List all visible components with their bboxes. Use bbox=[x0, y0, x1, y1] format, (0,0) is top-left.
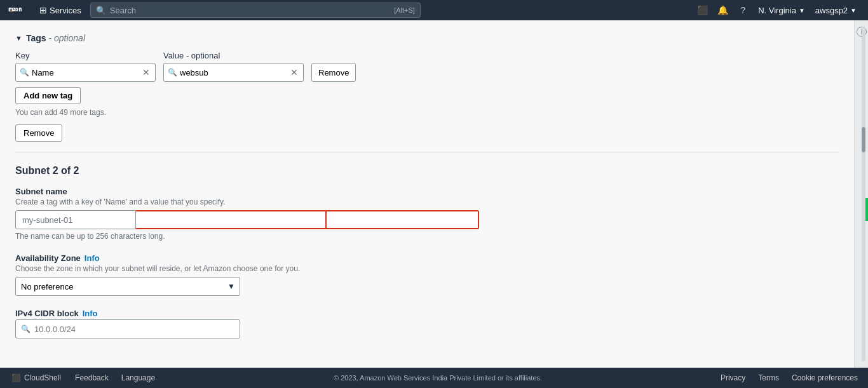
copyright-text: © 2023, Amazon Web Services India Privat… bbox=[334, 374, 542, 382]
az-info-link[interactable]: Info bbox=[85, 253, 100, 263]
subnet-name-input-1[interactable] bbox=[15, 210, 136, 229]
tags-hint: You can add 49 more tags. bbox=[15, 108, 839, 117]
terminal-icon: ⬛ bbox=[697, 5, 708, 15]
value-input[interactable] bbox=[180, 68, 287, 77]
value-column: Value - optional 🔍 ✕ bbox=[163, 51, 304, 82]
services-button[interactable]: ⊞ Services bbox=[36, 0, 85, 20]
az-desc: Choose the zone in which your subnet wil… bbox=[15, 264, 839, 273]
aws-logo[interactable] bbox=[8, 4, 28, 17]
subnet-title: Subnet 2 of 2 bbox=[15, 165, 839, 177]
bottom-bar-right: Privacy Terms Cookie preferences bbox=[718, 372, 860, 384]
cookie-preferences-link[interactable]: Cookie preferences bbox=[789, 372, 860, 384]
key-input[interactable] bbox=[32, 68, 139, 77]
cloudshell-icon-btn[interactable]: ⬛ bbox=[693, 1, 711, 19]
green-scroll-indicator bbox=[865, 198, 868, 221]
tags-title: Tags - optional bbox=[26, 33, 85, 43]
tags-header: ▼ Tags - optional bbox=[15, 33, 839, 43]
key-column-label: Key bbox=[15, 51, 156, 60]
subnet-name-label: Subnet name bbox=[15, 187, 839, 196]
az-label: Availability Zone bbox=[15, 253, 81, 263]
value-clear-button[interactable]: ✕ bbox=[289, 67, 299, 77]
subnet-name-input-2[interactable] bbox=[136, 210, 327, 229]
cloudshell-label: CloudShell bbox=[24, 373, 61, 382]
notifications-btn[interactable]: 🔔 bbox=[714, 1, 731, 19]
tags-optional-label: - optional bbox=[46, 33, 85, 43]
ipv4-input[interactable] bbox=[34, 324, 234, 334]
subnet-name-input-3[interactable] bbox=[327, 210, 479, 229]
scroll-track bbox=[862, 27, 865, 361]
subnet-name-field-group: Subnet name Create a tag with a key of '… bbox=[15, 187, 839, 241]
bell-icon: 🔔 bbox=[717, 5, 728, 15]
terms-link[interactable]: Terms bbox=[756, 372, 782, 384]
search-shortcut: [Alt+S] bbox=[394, 6, 415, 14]
tags-section: ▼ Tags - optional Key 🔍 ✕ Value - option… bbox=[15, 33, 839, 142]
subnet-section: Subnet 2 of 2 Subnet name Create a tag w… bbox=[15, 165, 839, 338]
search-bar: 🔍 [Alt+S] bbox=[90, 3, 421, 18]
az-select[interactable]: No preference us-east-1a us-east-1b us-e… bbox=[15, 277, 240, 296]
ipv4-field-group: IPv4 CIDR block Info 🔍 bbox=[15, 309, 839, 338]
account-button[interactable]: awsgsp2 ▼ bbox=[811, 1, 860, 19]
tags-columns: Key 🔍 ✕ Value - optional 🔍 ✕ bbox=[15, 51, 839, 82]
az-field-group: Availability Zone Info Choose the zone i… bbox=[15, 253, 839, 296]
scroll-thumb[interactable] bbox=[862, 127, 865, 152]
region-label: N. Virginia bbox=[758, 6, 796, 15]
content-area: ▼ Tags - optional Key 🔍 ✕ Value - option… bbox=[0, 20, 854, 368]
key-clear-button[interactable]: ✕ bbox=[141, 67, 151, 77]
grid-icon: ⊞ bbox=[39, 5, 47, 15]
language-link[interactable]: Language bbox=[119, 372, 158, 384]
cloudshell-button[interactable]: ⬛ CloudShell bbox=[8, 369, 65, 387]
search-icon: 🔍 bbox=[96, 6, 106, 15]
ipv4-info-link[interactable]: Info bbox=[83, 309, 98, 318]
subnet-name-hint: The name can be up to 256 characters lon… bbox=[15, 232, 839, 241]
search-icon-key: 🔍 bbox=[20, 68, 29, 77]
remove-tag-col: Remove bbox=[311, 63, 356, 82]
search-icon-value: 🔍 bbox=[168, 68, 177, 77]
az-select-wrapper: No preference us-east-1a us-east-1b us-e… bbox=[15, 277, 240, 296]
bottom-bar-left: ⬛ CloudShell Feedback Language bbox=[8, 369, 158, 387]
chevron-down-icon-account: ▼ bbox=[850, 7, 857, 14]
value-column-label: Value - optional bbox=[163, 51, 304, 60]
chevron-down-icon: ▼ bbox=[799, 7, 805, 14]
feedback-link[interactable]: Feedback bbox=[72, 372, 111, 384]
right-sidebar: i bbox=[854, 20, 868, 368]
add-tag-button[interactable]: Add new tag bbox=[15, 87, 81, 104]
top-navigation: ⊞ Services 🔍 [Alt+S] ⬛ 🔔 ? N. Virginia ▼… bbox=[0, 0, 868, 20]
account-label: awsgsp2 bbox=[815, 6, 848, 15]
remove-section-button[interactable]: Remove bbox=[15, 124, 62, 142]
ipv4-label-row: IPv4 CIDR block Info bbox=[15, 309, 839, 318]
key-column: Key 🔍 ✕ bbox=[15, 51, 156, 82]
question-icon: ? bbox=[740, 5, 745, 15]
tags-title-text: Tags bbox=[26, 33, 46, 43]
remove-tag-button[interactable]: Remove bbox=[311, 63, 356, 82]
subnet-name-row bbox=[15, 210, 839, 229]
az-label-row: Availability Zone Info bbox=[15, 253, 839, 263]
terminal-icon-bottom: ⬛ bbox=[11, 373, 21, 382]
ipv4-label: IPv4 CIDR block bbox=[15, 309, 79, 318]
section-divider bbox=[15, 152, 839, 152]
search-icon-ipv4: 🔍 bbox=[21, 324, 31, 333]
nav-right: ⬛ 🔔 ? N. Virginia ▼ awsgsp2 ▼ bbox=[693, 1, 860, 19]
footer-copyright: © 2023, Amazon Web Services India Privat… bbox=[168, 374, 708, 382]
main-wrapper: ▼ Tags - optional Key 🔍 ✕ Value - option… bbox=[0, 20, 868, 368]
region-button[interactable]: N. Virginia ▼ bbox=[754, 1, 809, 19]
ipv4-input-group: 🔍 bbox=[15, 319, 240, 338]
services-label: Services bbox=[50, 6, 81, 15]
subnet-name-desc: Create a tag with a key of 'Name' and a … bbox=[15, 197, 839, 206]
value-input-group: 🔍 ✕ bbox=[163, 63, 304, 82]
search-input[interactable] bbox=[110, 6, 390, 15]
help-btn[interactable]: ? bbox=[734, 1, 752, 19]
collapse-button[interactable]: ▼ bbox=[15, 34, 22, 42]
key-input-group: 🔍 ✕ bbox=[15, 63, 156, 82]
privacy-link[interactable]: Privacy bbox=[718, 372, 748, 384]
bottom-bar: ⬛ CloudShell Feedback Language © 2023, A… bbox=[0, 368, 868, 388]
